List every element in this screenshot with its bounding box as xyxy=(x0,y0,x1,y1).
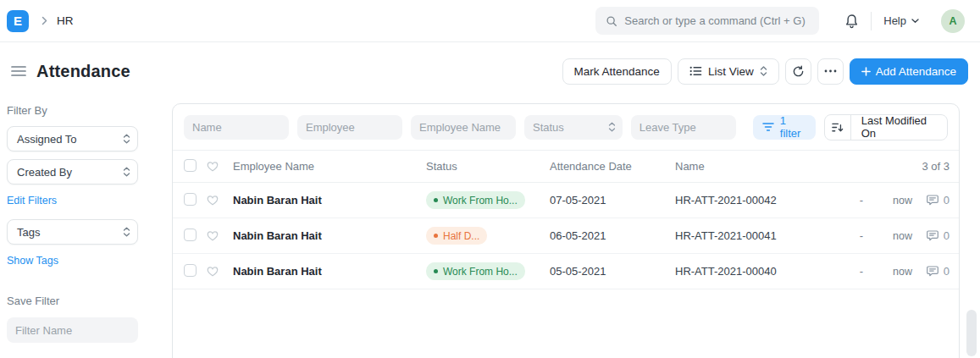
like-icon[interactable] xyxy=(206,265,233,278)
status-label: Half D... xyxy=(443,230,479,242)
list-body: Nabin Baran Hait Work From Ho... 07-05-2… xyxy=(173,183,959,289)
comment-count: 0 xyxy=(944,194,950,207)
more-options-button[interactable] xyxy=(817,58,844,85)
assigned-to-select[interactable]: Assigned To xyxy=(7,126,138,151)
select-chevrons-icon xyxy=(608,121,616,133)
view-switcher-button[interactable]: List View xyxy=(678,58,779,85)
tags-label: Tags xyxy=(17,226,40,239)
select-all-checkbox[interactable] xyxy=(184,159,197,172)
active-filters-button[interactable]: 1 filter xyxy=(753,115,816,140)
assigned-to-label: Assigned To xyxy=(17,133,77,146)
column-employee-name[interactable]: Employee Name xyxy=(233,160,426,173)
add-attendance-label: Add Attendance xyxy=(876,65,956,78)
status-cell: Half D... xyxy=(426,227,550,245)
created-by-label: Created By xyxy=(17,166,72,179)
assign-cell: - xyxy=(844,194,878,207)
save-filter-label: Save Filter xyxy=(7,295,138,307)
row-checkbox[interactable] xyxy=(184,193,197,206)
attendance-date-cell: 06-05-2021 xyxy=(550,229,675,242)
user-avatar[interactable]: A xyxy=(941,9,965,33)
standard-filter-bar: Status 1 filter Last Modified On xyxy=(173,104,959,151)
employee-name-cell[interactable]: Nabin Baran Hait xyxy=(233,265,426,278)
select-chevrons-icon xyxy=(123,226,130,238)
filter-icon xyxy=(762,122,774,132)
comment-count: 0 xyxy=(944,229,950,242)
column-attendance-date[interactable]: Attendance Date xyxy=(550,160,675,173)
notifications-bell-icon[interactable] xyxy=(844,14,859,29)
like-icon[interactable] xyxy=(206,229,233,242)
help-label: Help xyxy=(883,14,906,27)
status-cell: Work From Ho... xyxy=(426,262,550,280)
attendance-date-cell: 05-05-2021 xyxy=(550,265,675,278)
employee-name-cell[interactable]: Nabin Baran Hait xyxy=(233,229,426,242)
like-filter-icon[interactable] xyxy=(206,160,233,173)
table-row[interactable]: Nabin Baran Hait Work From Ho... 07-05-2… xyxy=(173,183,959,218)
assign-cell: - xyxy=(844,229,878,242)
select-chevrons-icon xyxy=(123,166,130,178)
refresh-button[interactable] xyxy=(785,58,811,85)
status-badge: Work From Ho... xyxy=(426,262,525,280)
breadcrumb[interactable]: HR xyxy=(57,14,74,27)
select-chevrons-icon xyxy=(123,133,130,145)
page-head: Attendance Mark Attendance List View Add… xyxy=(0,54,980,88)
list-header-row: Employee Name Status Attendance Date Nam… xyxy=(173,151,959,183)
table-row[interactable]: Nabin Baran Hait Half D... 06-05-2021 HR… xyxy=(173,218,959,254)
comments-cell: 0 xyxy=(912,265,950,278)
like-icon[interactable] xyxy=(206,194,233,207)
filter-leave-type-field[interactable] xyxy=(631,115,736,140)
app-logo[interactable]: E xyxy=(7,10,29,32)
created-by-select[interactable]: Created By xyxy=(7,159,138,185)
status-label: Work From Ho... xyxy=(443,195,518,207)
navbar-divider xyxy=(871,12,872,30)
comments-cell: 0 xyxy=(912,229,950,242)
status-label: Work From Ho... xyxy=(443,266,518,278)
column-status[interactable]: Status xyxy=(426,160,550,173)
attendance-list-card: Status 1 filter Last Modified On Employe… xyxy=(172,103,960,358)
row-checkbox[interactable] xyxy=(184,229,197,241)
filter-name-input[interactable] xyxy=(7,317,138,343)
filter-employee-field[interactable] xyxy=(297,115,402,140)
add-attendance-button[interactable]: Add Attendance xyxy=(850,58,968,85)
help-menu[interactable]: Help xyxy=(883,14,919,27)
status-cell: Work From Ho... xyxy=(426,191,550,209)
table-row[interactable]: Nabin Baran Hait Work From Ho... 05-05-2… xyxy=(173,254,959,289)
edit-filters-link[interactable]: Edit Filters xyxy=(7,195,57,207)
modified-cell: now xyxy=(878,195,912,207)
status-dot-icon xyxy=(434,234,438,238)
assign-cell: - xyxy=(844,265,878,278)
select-chevrons-icon xyxy=(760,65,767,77)
scrollbar-thumb[interactable] xyxy=(966,310,977,356)
sort-direction-button[interactable] xyxy=(825,115,850,140)
mark-attendance-button[interactable]: Mark Attendance xyxy=(562,58,672,85)
sort-field-button[interactable]: Last Modified On xyxy=(851,115,947,140)
active-filters-label: 1 filter xyxy=(780,114,806,140)
global-search[interactable] xyxy=(595,7,819,35)
doc-name-cell: HR-ATT-2021-00040 xyxy=(675,265,844,278)
filter-name-field[interactable] xyxy=(184,115,289,140)
employee-name-cell[interactable]: Nabin Baran Hait xyxy=(233,194,426,207)
show-tags-link[interactable]: Show Tags xyxy=(7,255,58,267)
list-sidebar: Filter By Assigned To Created By Edit Fi… xyxy=(7,104,138,358)
filter-employee-name-field[interactable] xyxy=(411,115,516,140)
filter-status-select[interactable]: Status xyxy=(524,115,623,140)
doc-name-cell: HR-ATT-2021-00041 xyxy=(675,229,844,242)
filter-status-label: Status xyxy=(533,121,564,134)
row-checkbox[interactable] xyxy=(184,264,197,277)
attendance-date-cell: 07-05-2021 xyxy=(550,194,675,207)
status-dot-icon xyxy=(434,198,438,202)
navbar: E HR Help A xyxy=(0,0,980,42)
tags-select[interactable]: Tags xyxy=(7,219,138,245)
chevron-right-icon xyxy=(42,16,47,25)
column-name[interactable]: Name xyxy=(675,160,844,173)
result-count: 3 of 3 xyxy=(912,160,950,173)
search-input[interactable] xyxy=(624,14,809,27)
sort-control: Last Modified On xyxy=(824,114,948,140)
comment-icon xyxy=(926,194,939,207)
search-icon xyxy=(606,15,617,27)
comments-cell: 0 xyxy=(912,194,950,207)
sidebar-toggle-icon[interactable] xyxy=(7,59,30,83)
plus-icon xyxy=(861,67,871,76)
status-dot-icon xyxy=(434,269,438,273)
chevron-down-icon xyxy=(911,19,919,24)
filter-by-label: Filter By xyxy=(7,104,138,117)
